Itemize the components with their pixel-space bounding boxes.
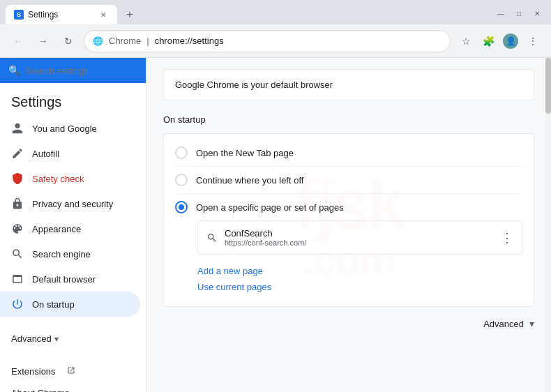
tab-title: Settings	[28, 10, 93, 20]
sidebar-item-safety-check[interactable]: Safety check	[0, 166, 140, 191]
search-icon: 🔍	[8, 65, 20, 76]
address-bar[interactable]: 🌐 Chrome | chrome://settings	[84, 30, 451, 52]
sidebar-label-on-startup: On startup	[32, 299, 75, 310]
close-button[interactable]: ✕	[529, 5, 545, 22]
address-prefix: Chrome	[109, 36, 141, 46]
radio-continue[interactable]	[175, 174, 188, 186]
search-icon	[11, 248, 24, 260]
search-input[interactable]	[26, 66, 137, 76]
sidebar-title: Settings	[11, 94, 61, 110]
use-current-pages-link[interactable]: Use current pages	[197, 282, 500, 292]
back-button[interactable]: ←	[8, 31, 28, 51]
maximize-button[interactable]: □	[511, 5, 527, 22]
confsearch-icon	[206, 232, 218, 243]
sidebar-item-autofill[interactable]: Autofill	[0, 141, 140, 166]
browser-tab[interactable]: S Settings ✕	[6, 5, 117, 24]
lock-icon	[11, 197, 24, 210]
sidebar-header: Settings	[0, 83, 146, 116]
page-url: https://conf-search.com/	[225, 239, 494, 247]
startup-page-entry: ConfSearch https://conf-search.com/ ⋮	[198, 221, 522, 254]
extension-button[interactable]: 🧩	[478, 31, 498, 51]
startup-options: Open the New Tab page Continue where you…	[163, 133, 534, 307]
toolbar-right: ☆ 🧩 👤 ⋮	[456, 31, 543, 51]
sidebar-item-on-startup[interactable]: On startup	[0, 292, 140, 317]
startup-label-continue: Continue where you left off	[196, 175, 303, 186]
settings-search-bar[interactable]: 🔍	[0, 58, 146, 83]
person-icon	[11, 122, 24, 135]
sidebar-item-you-and-google[interactable]: You and Google	[0, 116, 140, 141]
on-startup-title: On startup	[163, 114, 534, 125]
shield-icon	[11, 172, 24, 185]
forward-button[interactable]: →	[33, 31, 53, 51]
sidebar-item-default-browser[interactable]: Default browser	[0, 266, 140, 292]
reload-button[interactable]: ↻	[59, 31, 78, 51]
add-new-page-link[interactable]: Add a new page	[197, 266, 500, 276]
edit-icon	[11, 147, 24, 160]
radio-specific-page[interactable]	[175, 201, 188, 213]
startup-label-specific-page: Open a specific page or set of pages	[196, 202, 344, 213]
bottom-chevron-down-icon: ▾	[529, 318, 534, 329]
sidebar-label-you-and-google: You and Google	[32, 123, 97, 134]
scrollbar-thumb[interactable]	[545, 58, 551, 114]
sidebar-label-search-engine: Search engine	[32, 249, 91, 259]
sidebar: 🔍 Settings You and Google Autofill	[0, 58, 146, 392]
title-bar: S Settings ✕ + — □ ✕	[0, 0, 551, 24]
sidebar-item-privacy-security[interactable]: Privacy and security	[0, 191, 140, 216]
sidebar-extensions-label: Extensions	[11, 366, 56, 377]
sidebar-label-privacy-security: Privacy and security	[32, 199, 113, 209]
startup-links: Add a new page Use current pages	[164, 260, 534, 301]
sidebar-item-appearance[interactable]: Appearance	[0, 216, 140, 241]
startup-option-continue[interactable]: Continue where you left off	[164, 167, 534, 193]
address-url: chrome://settings	[155, 36, 441, 46]
content-area: fjsk .com Google Chrome is your default …	[146, 58, 551, 392]
address-separator: |	[146, 36, 149, 46]
sidebar-label-default-browser: Default browser	[32, 274, 96, 285]
radio-new-tab[interactable]	[175, 146, 188, 159]
bottom-advanced[interactable]: Advanced ▾	[163, 307, 534, 340]
sidebar-advanced-section[interactable]: Advanced ▾	[0, 328, 146, 349]
more-options-button[interactable]: ⋮	[501, 230, 513, 246]
new-tab-button[interactable]: +	[120, 5, 139, 24]
default-browser-text: Google Chrome is your default browser	[175, 80, 333, 90]
bookmark-button[interactable]: ☆	[456, 31, 476, 51]
sidebar-label-autofill: Autofill	[32, 149, 59, 159]
power-icon	[11, 298, 24, 310]
bottom-advanced-label: Advanced	[483, 319, 524, 329]
page-info: ConfSearch https://conf-search.com/	[225, 228, 494, 247]
tab-close-button[interactable]: ✕	[98, 9, 109, 20]
scrollbar-track[interactable]	[545, 58, 551, 392]
window-controls: — □ ✕	[492, 5, 545, 24]
menu-button[interactable]: ⋮	[523, 31, 543, 51]
browser-frame: S Settings ✕ + — □ ✕ ← → ↻ 🌐 Chrome | ch…	[0, 0, 551, 392]
browser-icon	[11, 273, 24, 285]
on-startup-section: On startup Open the New Tab page Continu…	[163, 114, 534, 307]
tab-favicon: S	[14, 10, 24, 20]
toolbar: ← → ↻ 🌐 Chrome | chrome://settings ☆ 🧩 👤…	[0, 24, 551, 58]
startup-subpanel: ConfSearch https://conf-search.com/ ⋮	[197, 220, 522, 255]
sidebar-item-search-engine[interactable]: Search engine	[0, 241, 140, 266]
default-browser-banner: Google Chrome is your default browser	[163, 69, 534, 100]
chevron-down-icon: ▾	[54, 334, 59, 344]
minimize-button[interactable]: —	[492, 5, 509, 22]
sidebar-about-chrome-label: About Chrome	[11, 388, 70, 392]
external-link-icon	[67, 366, 75, 377]
sidebar-label-appearance: Appearance	[32, 224, 81, 234]
main-content: 🔍 Settings You and Google Autofill	[0, 58, 551, 392]
sidebar-extensions[interactable]: Extensions	[0, 361, 146, 382]
palette-icon	[11, 223, 24, 235]
startup-label-new-tab: Open the New Tab page	[196, 148, 294, 158]
address-site-icon: 🌐	[93, 36, 103, 46]
sidebar-about-chrome[interactable]: About Chrome	[0, 382, 146, 392]
startup-option-new-tab[interactable]: Open the New Tab page	[164, 140, 534, 166]
sidebar-advanced-label: Advanced	[11, 333, 52, 344]
account-button[interactable]: 👤	[501, 31, 520, 51]
sidebar-label-safety-check: Safety check	[32, 174, 84, 184]
page-name: ConfSearch	[225, 228, 494, 239]
startup-option-specific-page[interactable]: Open a specific page or set of pages	[164, 194, 534, 220]
